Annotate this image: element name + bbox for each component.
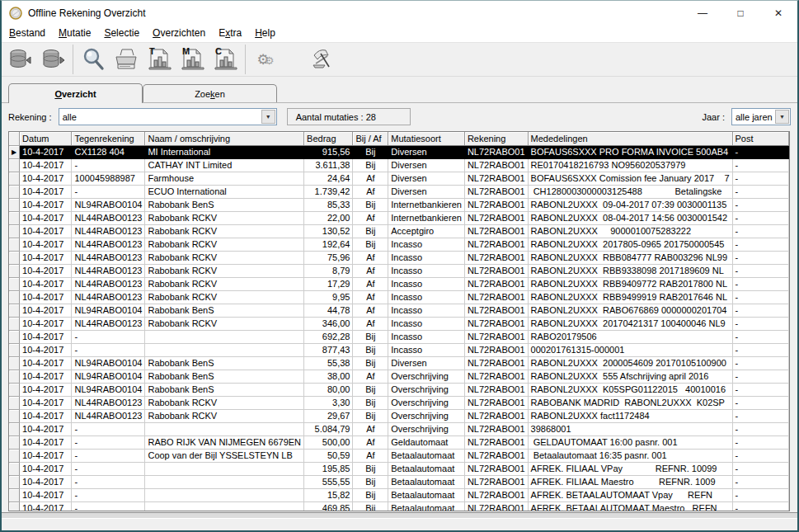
table-row[interactable]: 10-4-2017-692,28BijIncassoNL72RABO01RABO… — [9, 330, 789, 343]
column-header-bedrag[interactable]: Bedrag — [304, 132, 353, 145]
cell-tegenrekening[interactable]: NL94RABO0104 — [72, 198, 145, 211]
row-selector[interactable] — [9, 396, 20, 409]
cell-bijaf[interactable]: Bij — [353, 396, 388, 409]
cell-mededelingen[interactable]: CH1280003000003125488 Betalingske — [528, 185, 732, 198]
cell-bijaf[interactable]: Bij — [353, 238, 388, 251]
cell-mutatiesoort[interactable]: Incasso — [388, 238, 465, 251]
cell-datum[interactable]: 10-4-2017 — [20, 224, 72, 238]
cell-mededelingen[interactable]: 39868001 — [528, 422, 732, 435]
menu-overzichten[interactable]: Overzichten — [148, 25, 214, 42]
cell-mededelingen[interactable]: RABONL2UXXX RBB084777 RAB003296 NL99 — [528, 251, 732, 264]
cell-post[interactable]: - — [732, 501, 789, 511]
cell-post[interactable]: - — [732, 224, 789, 238]
cell-rekening[interactable]: NL72RABO01 — [464, 251, 528, 264]
cell-mutatiesoort[interactable]: Overschrijving — [388, 409, 465, 422]
chevron-down-icon[interactable]: ▼ — [261, 110, 275, 124]
cell-naam[interactable]: Rabobank RCKV — [145, 277, 304, 290]
cell-rekening[interactable]: NL72RABO01 — [464, 488, 528, 501]
row-selector[interactable] — [9, 462, 20, 475]
table-row[interactable]: 10-4-2017NL44RABO0123Rabobank RCKV22,00A… — [9, 211, 789, 224]
cell-mutatiesoort[interactable]: Overschrijving — [388, 396, 465, 409]
cell-post[interactable]: - — [732, 343, 789, 356]
cell-rekening[interactable]: NL72RABO01 — [464, 435, 528, 449]
cell-rekening[interactable]: NL72RABO01 — [464, 396, 528, 409]
cell-rekening[interactable]: NL72RABO01 — [464, 185, 528, 198]
cell-rekening[interactable]: NL72RABO01 — [464, 198, 528, 211]
cell-bijaf[interactable]: Af — [353, 211, 388, 224]
cell-bijaf[interactable]: Af — [353, 290, 388, 304]
cell-post[interactable]: - — [732, 185, 789, 198]
table-row[interactable]: 10-4-2017NL44RABO0123Rabobank RCKV8,79Af… — [9, 264, 789, 277]
cell-post[interactable]: - — [732, 330, 789, 343]
cell-bedrag[interactable]: 44,78 — [304, 304, 353, 317]
cell-naam[interactable]: CATHAY INT Limited — [145, 158, 304, 172]
cell-rekening[interactable]: NL72RABO01 — [464, 409, 528, 422]
cell-naam[interactable]: Rabobank RCKV — [145, 264, 304, 277]
cell-post[interactable]: - — [732, 145, 789, 158]
cell-post[interactable]: - — [732, 172, 789, 185]
cell-rekening[interactable]: NL72RABO01 — [464, 172, 528, 185]
cell-tegenrekening[interactable]: NL44RABO0123 — [72, 409, 145, 422]
cell-naam[interactable] — [145, 462, 304, 475]
cell-mededelingen[interactable]: RABONL2UXXX K05SPG01122015 40010016 — [528, 383, 732, 396]
cell-bedrag[interactable]: 3,30 — [304, 396, 353, 409]
cell-bijaf[interactable]: Af — [353, 317, 388, 330]
cell-datum[interactable]: 10-4-2017 — [20, 409, 72, 422]
cell-mededelingen[interactable]: BOFAUS6SXXX Comission fee January 2017 7 — [528, 172, 732, 185]
cell-rekening[interactable]: NL72RABO01 — [464, 238, 528, 251]
cell-bedrag[interactable]: 15,82 — [304, 488, 353, 501]
cell-naam[interactable]: Rabobank BenS — [145, 304, 304, 317]
cell-naam[interactable]: Farmhouse — [145, 172, 304, 185]
cell-tegenrekening[interactable]: - — [72, 330, 145, 343]
row-selector[interactable] — [9, 317, 20, 330]
cell-datum[interactable]: 10-4-2017 — [20, 422, 72, 435]
cell-tegenrekening[interactable]: NL94RABO0104 — [72, 356, 145, 370]
report-mutatiesoort-button[interactable]: M — [176, 44, 209, 75]
cell-mutatiesoort[interactable]: Internetbankieren — [388, 198, 465, 211]
table-row[interactable]: 10-4-2017NL44RABO0123Rabobank RCKV75,96A… — [9, 251, 789, 264]
cell-mutatiesoort[interactable]: Incasso — [388, 330, 465, 343]
cell-bedrag[interactable]: 346,00 — [304, 317, 353, 330]
cell-post[interactable]: - — [732, 488, 789, 501]
row-selector[interactable] — [9, 251, 20, 264]
cell-bedrag[interactable]: 85,33 — [304, 198, 353, 211]
cell-mededelingen[interactable]: BOFAUS6SXXX PRO FORMA INVOICE 500AB4 — [528, 145, 732, 158]
cell-mutatiesoort[interactable]: Incasso — [388, 304, 465, 317]
cell-mededelingen[interactable]: GELDAUTOMAAT 16:00 pasnr. 001 — [528, 435, 732, 449]
cell-bijaf[interactable]: Bij — [353, 224, 388, 238]
table-row[interactable]: 10-4-2017-195,85BijBetaalautomaatNL72RAB… — [9, 462, 789, 475]
column-header-bijaf[interactable]: Bij / Af — [353, 132, 388, 145]
cell-bedrag[interactable]: 75,96 — [304, 251, 353, 264]
row-selector[interactable] — [9, 290, 20, 304]
cell-datum[interactable]: 10-4-2017 — [20, 304, 72, 317]
cell-naam[interactable]: Rabobank RCKV — [145, 396, 304, 409]
cell-bijaf[interactable]: Bij — [353, 158, 388, 172]
cell-mededelingen[interactable]: RABOBANK MADRID RABONL2UXXX K02SP — [528, 396, 732, 409]
cell-bijaf[interactable]: Af — [353, 172, 388, 185]
table-row[interactable]: 10-4-2017-15,82BijBetaalautomaatNL72RABO… — [9, 488, 789, 501]
cell-naam[interactable]: Rabobank RCKV — [145, 238, 304, 251]
cell-post[interactable]: - — [732, 356, 789, 370]
cell-mededelingen[interactable]: AFREK. FILIAAL Maestro REFNR. 1009 — [528, 475, 732, 488]
cell-post[interactable]: - — [732, 158, 789, 172]
tab-zoeken[interactable]: Zoeken — [143, 84, 277, 102]
cell-bijaf[interactable]: Bij — [353, 475, 388, 488]
cell-mutatiesoort[interactable]: Acceptgiro — [388, 224, 465, 238]
report-tegenrekening-button[interactable]: T — [143, 44, 176, 75]
cell-bedrag[interactable]: 9,95 — [304, 290, 353, 304]
cell-bijaf[interactable]: Bij — [353, 501, 388, 511]
cell-datum[interactable]: 10-4-2017 — [20, 449, 72, 462]
cell-datum[interactable]: 10-4-2017 — [20, 290, 72, 304]
cell-tegenrekening[interactable]: - — [72, 462, 145, 475]
table-row[interactable]: 10-4-2017NL94RABO0104Rabobank BenS85,33B… — [9, 198, 789, 211]
cell-bijaf[interactable]: Af — [353, 422, 388, 435]
table-row[interactable]: 10-4-2017NL44RABO0123Rabobank RCKV130,52… — [9, 224, 789, 238]
cell-datum[interactable]: 10-4-2017 — [20, 251, 72, 264]
cell-bedrag[interactable]: 24,64 — [304, 172, 353, 185]
cell-post[interactable]: - — [732, 370, 789, 383]
cell-bijaf[interactable]: Af — [353, 185, 388, 198]
cell-datum[interactable]: 10-4-2017 — [20, 238, 72, 251]
menu-bestand[interactable]: Bestand — [4, 25, 54, 42]
cell-bijaf[interactable]: Af — [353, 264, 388, 277]
cell-datum[interactable]: 10-4-2017 — [20, 343, 72, 356]
